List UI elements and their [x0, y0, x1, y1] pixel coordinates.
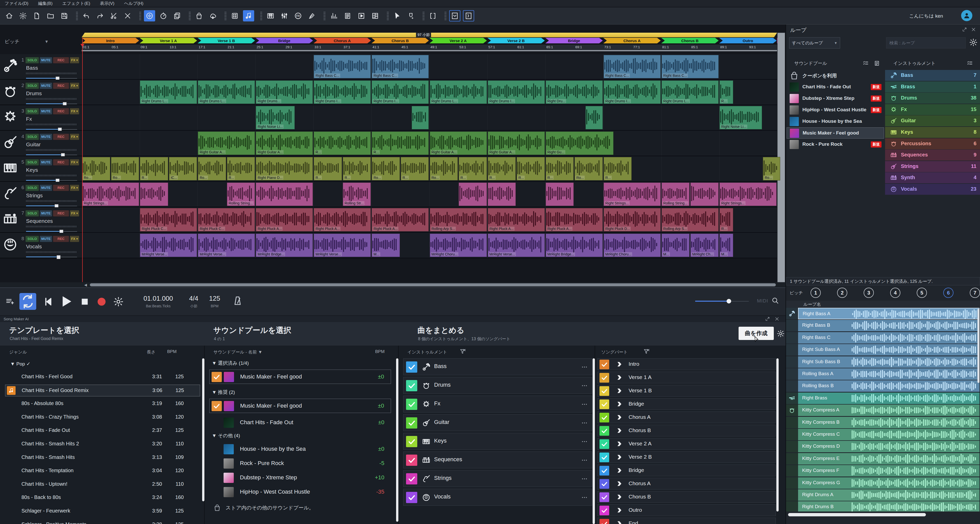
audio-clip[interactable]: Ro... — [372, 157, 400, 180]
assemble-part-row[interactable]: Verse 1 B — [597, 385, 776, 397]
effects-fx-icon[interactable]: FX — [293, 10, 304, 21]
audio-clip[interactable]: R... — [401, 157, 429, 180]
assemble-part-row[interactable]: Verse 2 B — [597, 451, 776, 463]
soundpool-option-row[interactable]: Music Maker - Feel good±0 — [209, 370, 391, 384]
audio-clip[interactable]: Right Strings... — [719, 183, 776, 206]
soundpool-option-row[interactable]: House - House by the Sea±0 — [209, 442, 391, 456]
loop-body[interactable]: Rolling Bass A — [798, 368, 980, 380]
record-arm-button[interactable]: REC — [53, 210, 69, 217]
soundpool-item[interactable]: HipHop - West Coast Hustle新規 — [787, 104, 884, 116]
track-header-vocals[interactable]: 8SOLOMUTERECFX ▾Vocals — [0, 233, 82, 258]
menu-item-2[interactable]: エフェクト(E) — [62, 0, 90, 6]
audio-clip[interactable]: MrRight Choru... — [604, 234, 661, 257]
assemble-part-row[interactable]: Chorus A — [597, 411, 776, 423]
audio-clip[interactable]: M... — [719, 234, 733, 257]
loop-filter-select[interactable]: すべてのループ ▼ — [789, 37, 840, 48]
mute-button[interactable]: MUTE — [40, 134, 52, 140]
pitch-button-2[interactable]: 2 — [837, 288, 847, 298]
loop-row[interactable]: Right Sub Bass B — [786, 356, 980, 368]
song-part-chorus-a[interactable]: Chorus A — [313, 38, 371, 43]
instrument-filter-row[interactable]: Synth4 — [885, 172, 980, 183]
assemble-part-row[interactable]: Verse 1 A — [597, 372, 776, 383]
mute-button[interactable]: MUTE — [40, 185, 52, 191]
soundpool-group[interactable]: ▼ その他 (4) — [212, 432, 240, 439]
close-icon[interactable] — [971, 27, 976, 33]
fx-button[interactable]: FX ▾ — [70, 108, 79, 114]
fx-button[interactable]: FX ▾ — [70, 236, 79, 242]
fade-curve-icon[interactable] — [463, 10, 474, 21]
audio-clip[interactable]: R... — [458, 157, 487, 180]
tempo-dial-icon[interactable] — [158, 10, 169, 21]
checkbox-checked[interactable] — [212, 372, 222, 382]
play-button[interactable] — [59, 295, 73, 308]
loop-body[interactable]: Right Bass B — [798, 320, 980, 331]
checkbox-checked[interactable] — [600, 439, 609, 449]
loop-row[interactable]: Kitty Compress G — [786, 477, 980, 489]
loop-row[interactable]: Kitty Compress E — [786, 453, 980, 465]
audio-clip[interactable]: R... — [488, 157, 516, 180]
assemble-part-row[interactable]: Chorus A — [597, 478, 776, 489]
instrument-filter-row[interactable]: Percussions6 — [885, 139, 980, 149]
loop-body[interactable]: Right Sub Bass B — [798, 356, 980, 368]
playhead-marker[interactable] — [80, 44, 84, 47]
record-arm-button[interactable]: REC — [53, 185, 69, 191]
checkbox-checked[interactable] — [600, 400, 609, 409]
checkbox-checked[interactable] — [600, 386, 609, 396]
undo-icon[interactable] — [81, 10, 92, 21]
loop-row[interactable]: Right Brass — [786, 393, 980, 404]
assemble-instrument-row[interactable]: Bass — [403, 358, 592, 375]
audio-clip[interactable]: Right Guitar A... — [430, 131, 487, 155]
fx-button[interactable]: FX ▾ — [70, 83, 79, 89]
track-header-guitar[interactable]: 4SOLOMUTERECFX ▾Guitar — [0, 131, 82, 156]
song-parts-dice-icon[interactable] — [229, 10, 240, 21]
assemble-instrument-row[interactable]: Keys — [403, 433, 592, 450]
audio-clip[interactable] — [412, 106, 429, 129]
audio-clip[interactable]: R... — [227, 157, 255, 180]
audio-clip[interactable]: IC... — [169, 157, 197, 180]
audio-clip[interactable]: Ro... — [763, 157, 780, 180]
record-arm-button[interactable]: REC — [53, 57, 69, 63]
loop-body[interactable]: Rolling Bass B — [798, 380, 980, 392]
checkbox-checked[interactable] — [406, 399, 417, 410]
checkbox-checked[interactable] — [600, 492, 609, 502]
loop-body[interactable]: Kitty Compress F — [798, 465, 980, 476]
instrument-filter-row[interactable]: Strings11 — [885, 161, 980, 172]
fade-v-icon[interactable] — [449, 10, 460, 21]
track-lane-guitar[interactable]: Right Guitar A...Right Guitar A...R...R.… — [82, 131, 777, 156]
template-row[interactable]: Chart Hits - Feel Good3:31125 — [5, 371, 200, 382]
audio-clip[interactable]: Right Pluck A... — [372, 208, 429, 231]
record-arm-button[interactable]: REC — [53, 159, 69, 166]
instrument-filter-row[interactable]: Bass7 — [885, 70, 980, 81]
fx-button[interactable]: FX ▾ — [70, 185, 79, 191]
checkbox-checked[interactable] — [406, 417, 417, 428]
audio-clip[interactable]: R... — [719, 208, 733, 231]
loop-list-vertical-scrollbar[interactable] — [977, 309, 980, 383]
piano-icon[interactable] — [265, 10, 276, 21]
loop-row[interactable]: Rolling Bass A — [786, 368, 980, 380]
checklist-icon[interactable] — [862, 60, 869, 66]
audio-clip[interactable]: Right Drums... — [256, 80, 313, 104]
track-volume-slider[interactable] — [26, 255, 77, 259]
checkbox-checked[interactable] — [600, 519, 609, 524]
loop-body[interactable]: Kitty Compress E — [798, 453, 980, 465]
audio-clip[interactable]: Right Drums I... — [372, 80, 429, 104]
mute-button[interactable]: MUTE — [40, 210, 52, 217]
audio-clip[interactable]: Ro... — [574, 157, 603, 180]
audio-clip[interactable]: MrRight Ch... — [690, 234, 719, 257]
audio-clip[interactable]: M... — [662, 234, 690, 257]
audio-clip[interactable]: Right Guitar A... — [488, 131, 545, 155]
song-part-outro[interactable]: Outro — [719, 38, 776, 43]
mute-button[interactable]: MUTE — [40, 83, 52, 89]
audio-clip[interactable]: Right Pluck C... — [140, 208, 197, 231]
assemble-part-row[interactable]: Verse 2 A — [597, 438, 776, 450]
loop-body[interactable]: Right Brass — [798, 393, 980, 404]
assemble-part-row[interactable]: Bridge — [597, 465, 776, 476]
checkbox-checked[interactable] — [600, 466, 609, 476]
audio-clip[interactable]: Right Drums I... — [604, 80, 661, 104]
mute-button[interactable]: MUTE — [40, 236, 52, 242]
assemble-part-row[interactable]: Bridge — [597, 398, 776, 410]
template-row[interactable]: 80s - Back to 80s3:24160 — [5, 492, 200, 503]
settings-icon[interactable] — [18, 10, 29, 21]
audio-clip[interactable]: MrRight Bridge... — [546, 234, 603, 257]
audio-clip[interactable]: Rolling Arp S... — [430, 208, 487, 231]
